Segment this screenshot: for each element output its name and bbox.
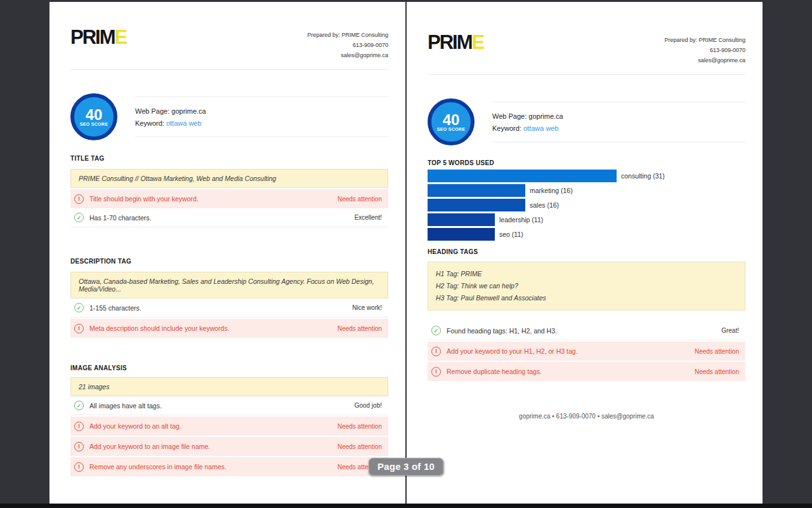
keyword-link[interactable]: ottawa web [166, 119, 202, 127]
row-text: Has 1-70 characters. [89, 214, 355, 222]
row-status: Excellent! [355, 214, 382, 221]
alert-icon: ! [74, 462, 84, 472]
bar-row: sales (16) [428, 199, 745, 211]
logo-text-yellow: E [472, 31, 484, 53]
prepared-phone: 613-909-0070 [307, 40, 388, 50]
word-bar [428, 213, 495, 226]
bar-label: sales (16) [530, 201, 559, 209]
bar-label: marketing (16) [530, 187, 573, 194]
seo-score-badge: 40 SEO SCORE [428, 98, 475, 145]
word-bar [428, 228, 495, 241]
web-page-line: Web Page: goprime.ca [135, 107, 388, 115]
alert-row: ! Remove duplicate heading tags. Needs a… [428, 362, 745, 381]
alert-row: ! Add your keyword to your H1, H2, or H3… [428, 342, 745, 361]
bar-row: seo (11) [428, 228, 745, 241]
check-row: ✓ All images have alt tags. Good job! [70, 396, 388, 415]
prepared-by-line: Prepared by: PRIME Consulting [307, 30, 388, 40]
alert-icon: ! [431, 347, 441, 356]
section-heading-title-tag: TITLE TAG [70, 155, 388, 162]
score-info: Web Page: goprime.ca Keyword: ottawa web [492, 102, 745, 142]
alert-icon: ! [74, 442, 84, 451]
image-analysis-box: 21 images [70, 377, 388, 396]
row-status: Needs attention [695, 368, 739, 375]
check-icon: ✓ [74, 303, 84, 312]
check-row: ✓ 1-155 characters. Nice work! [70, 298, 388, 318]
prepared-email: sales@goprime.ca [307, 50, 388, 60]
seo-score-section: 40 SEO SCORE Web Page: goprime.ca Keywor… [428, 98, 745, 146]
word-bar [428, 199, 525, 211]
title-tag-box: PRIME Consulting // Ottawa Marketing, We… [70, 169, 388, 188]
keyword-label: Keyword: [492, 124, 521, 132]
score-value: 40 [86, 108, 103, 122]
alert-icon: ! [431, 367, 441, 377]
alert-row: ! Add your keyword to an alt tag. Needs … [70, 417, 388, 436]
bar-row: leadership (11) [428, 213, 745, 226]
keyword-line: Keyword: ottawa web [135, 119, 388, 127]
bar-label: seo (11) [499, 231, 523, 238]
row-text: Add your keyword to an alt tag. [89, 422, 337, 430]
seo-score-badge: 40 SEO SCORE [70, 93, 117, 140]
keyword-line: Keyword: ottawa web [492, 124, 745, 132]
bottom-bar [0, 504, 812, 508]
description-tag-box: Ottawa, Canada-based Marketing, Sales an… [70, 272, 388, 298]
alert-icon: ! [74, 194, 84, 204]
h2-tag-line: H2 Tag: Think we can help? [436, 280, 737, 292]
check-icon: ✓ [74, 213, 84, 222]
check-icon: ✓ [74, 401, 84, 410]
page-indicator-badge: Page 3 of 10 [369, 458, 443, 476]
score-label: SEO SCORE [80, 122, 108, 126]
logo-text-black: PRIM [70, 26, 115, 48]
word-bar [428, 184, 525, 197]
alert-row: ! Add your keyword to an image file name… [70, 437, 388, 456]
alert-row: ! Meta description should include your k… [70, 319, 388, 338]
word-bar [428, 170, 617, 182]
section-heading-image-analysis: IMAGE ANALYSIS [70, 364, 388, 371]
row-status: Needs attention [337, 423, 382, 430]
keyword-link[interactable]: ottawa web [523, 124, 559, 132]
row-text: Remove any underscores in image file nam… [89, 463, 337, 471]
row-text: Title should begin with your keyword. [89, 195, 337, 203]
keyword-label: Keyword: [135, 119, 164, 127]
row-text: Add your keyword to an image file name. [89, 443, 337, 450]
row-status: Needs attention [337, 325, 382, 332]
row-status: Needs attention [337, 443, 382, 450]
report-page-left: PRIME Prepared by: PRIME Consulting 613-… [49, 2, 405, 504]
alert-row: ! Remove any underscores in image file n… [70, 457, 388, 476]
seo-score-section: 40 SEO SCORE Web Page: goprime.ca Keywor… [70, 93, 388, 141]
row-text: Meta description should include your key… [89, 324, 337, 332]
bar-label: leadership (11) [499, 216, 543, 224]
h3-tag-line: H3 Tag: Paul Benwell and Associates [436, 292, 737, 304]
section-heading-top-words: TOP 5 WORDS USED [428, 159, 745, 166]
page-footer: goprime.ca • 613-909-0070 • sales@goprim… [428, 413, 745, 420]
web-page-line: Web Page: goprime.ca [492, 112, 745, 120]
section-heading-description-tag: DESCRIPTION TAG [70, 258, 388, 265]
prepared-by-line: Prepared by: PRIME Consulting [664, 35, 745, 45]
header-divider [70, 69, 388, 70]
report-page-right: PRIME Prepared by: PRIME Consulting 613-… [407, 2, 763, 504]
row-text: All images have alt tags. [89, 402, 355, 410]
header-divider [428, 74, 745, 75]
row-text: 1-155 characters. [89, 304, 352, 312]
score-value: 40 [443, 113, 460, 127]
row-text: Remove duplicate heading tags. [447, 368, 695, 375]
bar-row: marketing (16) [428, 184, 745, 197]
heading-tags-box: H1 Tag: PRIME H2 Tag: Think we can help?… [428, 262, 745, 311]
prime-logo: PRIME [428, 32, 483, 53]
page-header: PRIME Prepared by: PRIME Consulting 613-… [70, 27, 388, 69]
words-bar-chart: consulting (31) marketing (16) sales (16… [428, 170, 745, 241]
section-heading-heading-tags: HEADING TAGS [428, 248, 745, 255]
score-info: Web Page: goprime.ca Keyword: ottawa web [135, 97, 388, 137]
row-text: Found heading tags: H1, H2, and H3. [447, 327, 721, 335]
row-text: Add your keyword to your H1, H2, or H3 t… [447, 347, 695, 355]
prime-logo: PRIME [70, 27, 126, 48]
score-label: SEO SCORE [437, 127, 465, 131]
alert-icon: ! [74, 422, 84, 431]
logo-text-black: PRIM [428, 31, 472, 53]
bar-label: consulting (31) [621, 172, 665, 180]
row-status: Good job! [355, 402, 382, 409]
prepared-by-block: Prepared by: PRIME Consulting 613-909-00… [664, 32, 745, 65]
page-header: PRIME Prepared by: PRIME Consulting 613-… [428, 32, 745, 74]
check-icon: ✓ [431, 326, 441, 335]
prepared-email: sales@goprime.ca [664, 55, 745, 65]
row-status: Great! [721, 327, 739, 334]
